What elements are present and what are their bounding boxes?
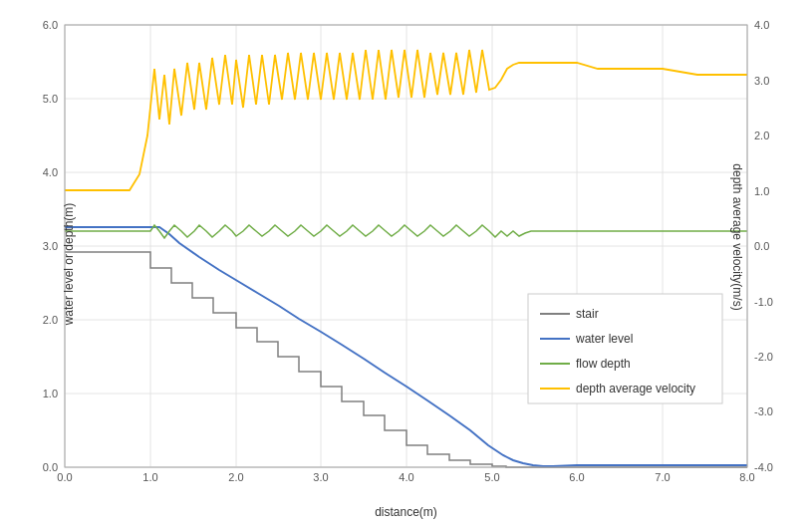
svg-text:2.0: 2.0 — [43, 314, 58, 326]
svg-text:1.0: 1.0 — [43, 388, 58, 399]
svg-text:5.0: 5.0 — [43, 93, 58, 105]
svg-text:-1.0: -1.0 — [754, 296, 773, 308]
svg-text:-2.0: -2.0 — [754, 351, 773, 363]
svg-text:-4.0: -4.0 — [754, 461, 773, 473]
svg-text:depth average velocity: depth average velocity — [576, 382, 695, 395]
svg-text:2.0: 2.0 — [228, 471, 243, 483]
svg-text:stair: stair — [576, 307, 599, 321]
svg-text:5.0: 5.0 — [484, 471, 499, 483]
svg-text:flow depth: flow depth — [576, 357, 631, 371]
svg-text:water level: water level — [575, 332, 633, 346]
svg-text:1.0: 1.0 — [754, 185, 769, 197]
svg-text:6.0: 6.0 — [43, 19, 58, 31]
svg-text:-3.0: -3.0 — [754, 405, 773, 417]
svg-text:8.0: 8.0 — [739, 471, 754, 483]
right-axis-label: depth average velocity(m/s) — [729, 163, 743, 310]
svg-text:3.0: 3.0 — [754, 75, 769, 87]
svg-text:2.0: 2.0 — [754, 130, 769, 141]
svg-text:4.0: 4.0 — [399, 471, 413, 483]
svg-text:0.0: 0.0 — [43, 461, 58, 473]
left-axis-label: water level or depth(m) — [62, 202, 76, 325]
svg-text:4.0: 4.0 — [43, 166, 58, 178]
chart-container: 0.0 1.0 2.0 3.0 4.0 5.0 6.0 0.0 1.0 2.0 … — [0, 0, 812, 527]
svg-text:1.0: 1.0 — [142, 471, 157, 483]
svg-text:3.0: 3.0 — [43, 240, 58, 252]
svg-text:6.0: 6.0 — [569, 471, 584, 483]
bottom-axis-label: distance(m) — [375, 505, 437, 519]
svg-text:3.0: 3.0 — [313, 471, 328, 483]
svg-text:0.0: 0.0 — [754, 240, 769, 252]
svg-text:4.0: 4.0 — [754, 19, 769, 31]
svg-text:0.0: 0.0 — [57, 471, 72, 483]
svg-text:7.0: 7.0 — [655, 471, 670, 483]
